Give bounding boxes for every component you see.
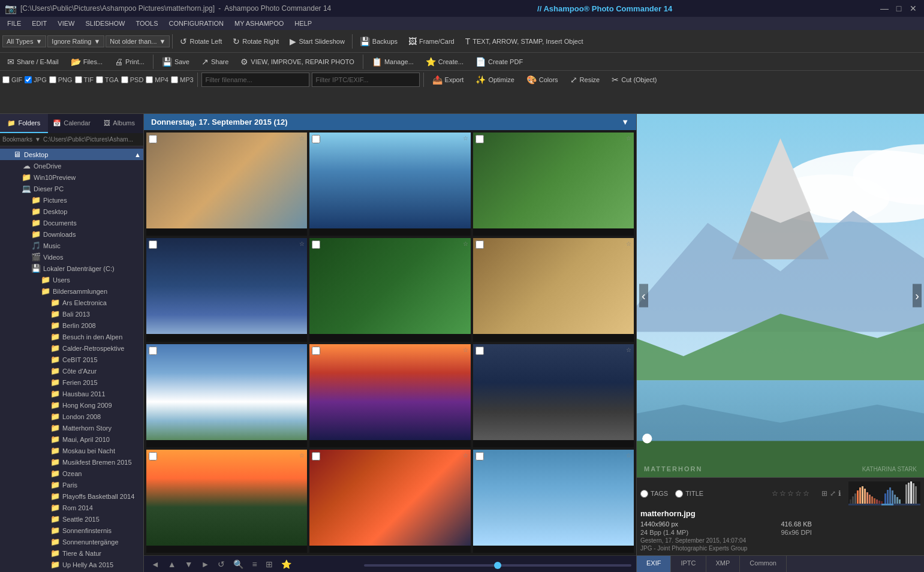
- photo-checkbox-9[interactable]: [475, 347, 484, 355]
- tree-item-playoffs[interactable]: 📁 Playoffs Basketball 2014: [0, 490, 143, 502]
- photo-cell-9[interactable]: ☆: [473, 344, 634, 447]
- photo-checkbox-3[interactable]: [475, 135, 484, 143]
- photo-cell-1[interactable]: ☆: [146, 133, 307, 236]
- gif-checkbox[interactable]: GIF: [2, 76, 22, 83]
- tab-folders[interactable]: 📁 Folders: [0, 114, 48, 133]
- ignore-rating-dropdown[interactable]: Ignore Rating ▼: [47, 35, 104, 47]
- tree-item-onedrive[interactable]: ☁ OneDrive: [0, 160, 143, 171]
- tree-item-videos[interactable]: 🎬 Videos: [0, 251, 143, 263]
- window-controls[interactable]: — □ ✕: [878, 2, 919, 14]
- mp3-checkbox[interactable]: MP3: [171, 76, 194, 83]
- tree-item-ferien[interactable]: 📁 Ferien 2015: [0, 377, 143, 388]
- tree-item-bildersammlungen[interactable]: 📁 Bildersammlungen: [0, 285, 143, 297]
- photo-checkbox-2[interactable]: [312, 135, 320, 143]
- photo-cell-11[interactable]: ☆: [309, 450, 470, 553]
- view-improve-button[interactable]: ⚙ VIEW, IMPROVE, REPAIR PHOTO: [236, 55, 359, 69]
- tree-item-bali[interactable]: 📁 Bali 2013: [0, 308, 143, 320]
- nav-next-button[interactable]: ►: [199, 558, 212, 570]
- tree-item-musikfest[interactable]: 📁 Musikfest Bremen 2015: [0, 456, 143, 468]
- photo-checkbox-12[interactable]: [475, 452, 484, 460]
- photo-checkbox-6[interactable]: [475, 240, 484, 249]
- resize-button[interactable]: ⤢ Resize: [565, 73, 605, 87]
- menu-edit[interactable]: EDIT: [27, 19, 52, 28]
- preview-next-button[interactable]: ›: [913, 284, 922, 308]
- menu-myashampoo[interactable]: MY ASHAMPOO: [230, 19, 288, 28]
- menu-configuration[interactable]: CONFIGURATION: [164, 19, 228, 28]
- photo-cell-10[interactable]: ☆: [146, 450, 307, 553]
- star-rating[interactable]: ☆ ☆ ☆ ☆ ☆: [772, 489, 809, 498]
- photo-checkbox-7[interactable]: [149, 347, 157, 355]
- photo-cell-8[interactable]: ☆: [309, 344, 470, 447]
- star-4[interactable]: ☆: [795, 489, 802, 498]
- photo-cell-4[interactable]: ☆: [146, 238, 307, 341]
- frame-card-button[interactable]: 🖼 Frame/Card: [404, 34, 459, 49]
- content-collapse-icon[interactable]: ▼: [621, 118, 629, 127]
- tree-item-uphelly[interactable]: 📁 Up Helly Aa 2015: [0, 559, 143, 570]
- share-button[interactable]: ↗ Share: [197, 55, 233, 69]
- view-info-icon[interactable]: ℹ: [838, 489, 841, 498]
- optimize-button[interactable]: ✨ Optimize: [471, 73, 519, 87]
- tree-item-hongkong[interactable]: 📁 Hong Kong 2009: [0, 399, 143, 411]
- tree-item-paris[interactable]: 📁 Paris: [0, 479, 143, 490]
- nav-down-button[interactable]: ▼: [182, 558, 195, 570]
- tab-exif[interactable]: EXIF: [637, 556, 671, 572]
- tree-item-music[interactable]: 🎵 Music: [0, 240, 143, 251]
- share-email-button[interactable]: ✉ Share / E-Mail: [2, 55, 64, 69]
- mp4-checkbox[interactable]: MP4: [146, 76, 168, 83]
- photo-cell-6[interactable]: ☆: [473, 238, 634, 341]
- photo-cell-7[interactable]: ☆: [146, 344, 307, 447]
- print-button[interactable]: 🖨 Print...: [110, 55, 149, 69]
- tree-item-rom[interactable]: 📁 Rom 2014: [0, 502, 143, 513]
- tree-item-london[interactable]: 📁 London 2008: [0, 411, 143, 422]
- tree-item-sonnenfinsternis[interactable]: 📁 Sonnenfinsternis: [0, 525, 143, 536]
- files-button[interactable]: 📂 Files...: [66, 55, 107, 69]
- menu-help[interactable]: HELP: [290, 19, 317, 28]
- tab-calendar[interactable]: 📅 Calendar: [48, 114, 96, 133]
- save-button[interactable]: 💾 Save: [157, 55, 194, 69]
- tree-item-lokaler[interactable]: 💾 Lokaler Datenträger (C:): [0, 263, 143, 274]
- tree-item-sonnenuntergange[interactable]: 📁 Sonnenuntergänge: [0, 536, 143, 547]
- title-radio[interactable]: TITLE: [675, 490, 703, 498]
- slideshow-button[interactable]: ▶ Start Slideshow: [285, 34, 349, 49]
- tree-item-dieser-pc[interactable]: 💻 Dieser PC: [0, 183, 143, 194]
- tab-common[interactable]: Common: [740, 556, 787, 572]
- tab-iptc[interactable]: IPTC: [671, 556, 706, 572]
- export-button[interactable]: 📤 Export: [428, 73, 469, 87]
- nav-prev-button[interactable]: ◄: [149, 558, 162, 570]
- minimize-button[interactable]: —: [878, 2, 890, 14]
- tree-item-pictures[interactable]: 📁 Pictures: [0, 194, 143, 206]
- tree-item-hausbau[interactable]: 📁 Hausbau 2011: [0, 388, 143, 399]
- tree-item-besuch[interactable]: 📁 Besuch in den Alpen: [0, 331, 143, 342]
- rotate-right-button[interactable]: ↻ Rotate Right: [228, 34, 284, 49]
- create-pdf-button[interactable]: 📄 Create PDF: [471, 55, 528, 69]
- photo-checkbox-5[interactable]: [312, 240, 320, 249]
- photo-checkbox-1[interactable]: [149, 135, 157, 143]
- tree-item-berlin[interactable]: 📁 Berlin 2008: [0, 320, 143, 331]
- jpg-checkbox[interactable]: JPG: [25, 76, 46, 83]
- tree-item-desktop[interactable]: 🖥 Desktop ▲: [0, 149, 143, 160]
- tree-item-calder[interactable]: 📁 Calder-Retrospektive: [0, 342, 143, 354]
- filter-button[interactable]: ⭐: [279, 558, 294, 570]
- tree-item-seattle[interactable]: 📁 Seattle 2015: [0, 513, 143, 525]
- zoom-button[interactable]: 🔍: [231, 558, 246, 570]
- tree-item-cebit[interactable]: 📁 CeBIT 2015: [0, 354, 143, 365]
- star-3[interactable]: ☆: [787, 489, 794, 498]
- not-older-dropdown[interactable]: Not older than... ▼: [106, 35, 170, 47]
- rotate-left-button[interactable]: ↺ Rotate Left: [175, 34, 227, 49]
- nav-refresh-button[interactable]: ↺: [215, 558, 227, 570]
- tree-item-documents[interactable]: 📁 Documents: [0, 217, 143, 228]
- tab-xmp[interactable]: XMP: [706, 556, 741, 572]
- backups-button[interactable]: 💾 Backups: [355, 34, 402, 49]
- tree-item-desktop2[interactable]: 📁 Desktop: [0, 206, 143, 217]
- photo-cell-5[interactable]: ☆: [309, 238, 470, 341]
- tree-item-ozean[interactable]: 📁 Ozean: [0, 468, 143, 479]
- menu-file[interactable]: FILE: [2, 19, 26, 28]
- nav-up-button[interactable]: ▲: [165, 558, 179, 570]
- photo-checkbox-10[interactable]: [149, 452, 157, 460]
- tree-item-tiere[interactable]: 📁 Tiere & Natur: [0, 547, 143, 559]
- tree-item-maui[interactable]: 📁 Maui, April 2010: [0, 433, 143, 445]
- filename-filter[interactable]: [201, 73, 309, 87]
- tags-radio[interactable]: TAGS: [640, 490, 668, 498]
- view-expand-icon[interactable]: ⤢: [830, 489, 836, 498]
- tree-item-downloads[interactable]: 📁 Downloads: [0, 228, 143, 240]
